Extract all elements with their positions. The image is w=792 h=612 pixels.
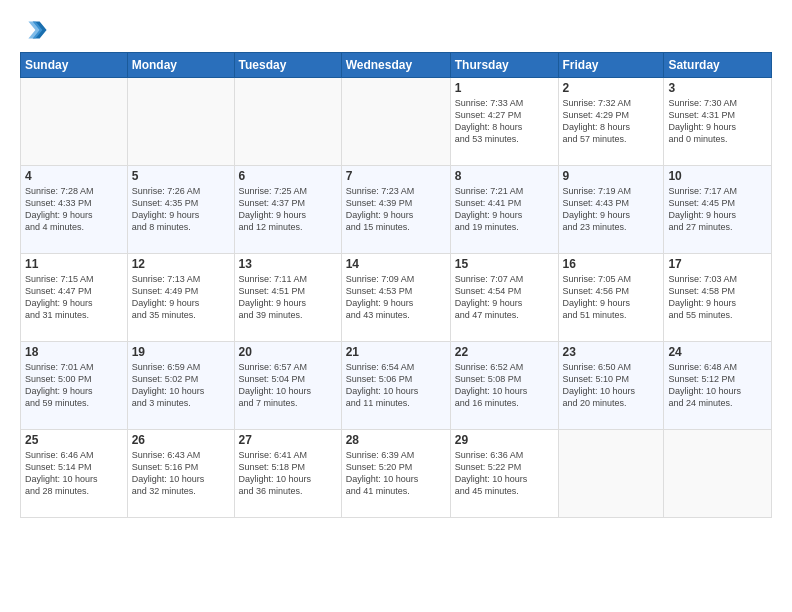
day-number: 9 xyxy=(563,169,660,183)
calendar-cell: 18Sunrise: 7:01 AM Sunset: 5:00 PM Dayli… xyxy=(21,342,128,430)
day-number: 18 xyxy=(25,345,123,359)
day-number: 15 xyxy=(455,257,554,271)
header xyxy=(20,16,772,44)
day-info: Sunrise: 6:43 AM Sunset: 5:16 PM Dayligh… xyxy=(132,449,230,498)
day-number: 4 xyxy=(25,169,123,183)
calendar-cell: 21Sunrise: 6:54 AM Sunset: 5:06 PM Dayli… xyxy=(341,342,450,430)
day-info: Sunrise: 7:01 AM Sunset: 5:00 PM Dayligh… xyxy=(25,361,123,410)
calendar-cell: 6Sunrise: 7:25 AM Sunset: 4:37 PM Daylig… xyxy=(234,166,341,254)
day-number: 8 xyxy=(455,169,554,183)
calendar-cell xyxy=(21,78,128,166)
day-number: 2 xyxy=(563,81,660,95)
calendar-cell: 20Sunrise: 6:57 AM Sunset: 5:04 PM Dayli… xyxy=(234,342,341,430)
day-info: Sunrise: 6:54 AM Sunset: 5:06 PM Dayligh… xyxy=(346,361,446,410)
day-info: Sunrise: 7:21 AM Sunset: 4:41 PM Dayligh… xyxy=(455,185,554,234)
calendar-cell: 11Sunrise: 7:15 AM Sunset: 4:47 PM Dayli… xyxy=(21,254,128,342)
calendar-week-4: 25Sunrise: 6:46 AM Sunset: 5:14 PM Dayli… xyxy=(21,430,772,518)
day-number: 7 xyxy=(346,169,446,183)
calendar-cell: 2Sunrise: 7:32 AM Sunset: 4:29 PM Daylig… xyxy=(558,78,664,166)
day-number: 16 xyxy=(563,257,660,271)
calendar-week-2: 11Sunrise: 7:15 AM Sunset: 4:47 PM Dayli… xyxy=(21,254,772,342)
calendar-cell: 7Sunrise: 7:23 AM Sunset: 4:39 PM Daylig… xyxy=(341,166,450,254)
calendar-cell: 10Sunrise: 7:17 AM Sunset: 4:45 PM Dayli… xyxy=(664,166,772,254)
calendar-cell: 29Sunrise: 6:36 AM Sunset: 5:22 PM Dayli… xyxy=(450,430,558,518)
calendar-cell: 28Sunrise: 6:39 AM Sunset: 5:20 PM Dayli… xyxy=(341,430,450,518)
day-info: Sunrise: 7:17 AM Sunset: 4:45 PM Dayligh… xyxy=(668,185,767,234)
calendar-header-saturday: Saturday xyxy=(664,53,772,78)
day-number: 19 xyxy=(132,345,230,359)
day-number: 29 xyxy=(455,433,554,447)
day-info: Sunrise: 7:15 AM Sunset: 4:47 PM Dayligh… xyxy=(25,273,123,322)
day-info: Sunrise: 6:59 AM Sunset: 5:02 PM Dayligh… xyxy=(132,361,230,410)
day-info: Sunrise: 6:46 AM Sunset: 5:14 PM Dayligh… xyxy=(25,449,123,498)
calendar-week-0: 1Sunrise: 7:33 AM Sunset: 4:27 PM Daylig… xyxy=(21,78,772,166)
calendar-week-1: 4Sunrise: 7:28 AM Sunset: 4:33 PM Daylig… xyxy=(21,166,772,254)
calendar-cell: 12Sunrise: 7:13 AM Sunset: 4:49 PM Dayli… xyxy=(127,254,234,342)
calendar-header-row: SundayMondayTuesdayWednesdayThursdayFrid… xyxy=(21,53,772,78)
calendar-cell: 23Sunrise: 6:50 AM Sunset: 5:10 PM Dayli… xyxy=(558,342,664,430)
calendar-header-tuesday: Tuesday xyxy=(234,53,341,78)
day-number: 11 xyxy=(25,257,123,271)
calendar-cell: 27Sunrise: 6:41 AM Sunset: 5:18 PM Dayli… xyxy=(234,430,341,518)
calendar-header-wednesday: Wednesday xyxy=(341,53,450,78)
day-number: 13 xyxy=(239,257,337,271)
day-number: 6 xyxy=(239,169,337,183)
calendar-cell xyxy=(127,78,234,166)
day-info: Sunrise: 6:41 AM Sunset: 5:18 PM Dayligh… xyxy=(239,449,337,498)
calendar-cell xyxy=(341,78,450,166)
day-number: 10 xyxy=(668,169,767,183)
calendar-cell: 15Sunrise: 7:07 AM Sunset: 4:54 PM Dayli… xyxy=(450,254,558,342)
calendar-cell: 25Sunrise: 6:46 AM Sunset: 5:14 PM Dayli… xyxy=(21,430,128,518)
day-info: Sunrise: 7:23 AM Sunset: 4:39 PM Dayligh… xyxy=(346,185,446,234)
day-info: Sunrise: 6:39 AM Sunset: 5:20 PM Dayligh… xyxy=(346,449,446,498)
day-info: Sunrise: 6:52 AM Sunset: 5:08 PM Dayligh… xyxy=(455,361,554,410)
logo-icon xyxy=(20,16,48,44)
calendar-cell: 24Sunrise: 6:48 AM Sunset: 5:12 PM Dayli… xyxy=(664,342,772,430)
calendar-cell: 26Sunrise: 6:43 AM Sunset: 5:16 PM Dayli… xyxy=(127,430,234,518)
day-info: Sunrise: 7:09 AM Sunset: 4:53 PM Dayligh… xyxy=(346,273,446,322)
calendar-cell: 9Sunrise: 7:19 AM Sunset: 4:43 PM Daylig… xyxy=(558,166,664,254)
day-number: 28 xyxy=(346,433,446,447)
calendar-cell: 22Sunrise: 6:52 AM Sunset: 5:08 PM Dayli… xyxy=(450,342,558,430)
calendar-header-friday: Friday xyxy=(558,53,664,78)
day-number: 1 xyxy=(455,81,554,95)
calendar-cell xyxy=(664,430,772,518)
day-number: 22 xyxy=(455,345,554,359)
day-number: 27 xyxy=(239,433,337,447)
day-info: Sunrise: 7:05 AM Sunset: 4:56 PM Dayligh… xyxy=(563,273,660,322)
calendar-cell: 5Sunrise: 7:26 AM Sunset: 4:35 PM Daylig… xyxy=(127,166,234,254)
day-info: Sunrise: 7:26 AM Sunset: 4:35 PM Dayligh… xyxy=(132,185,230,234)
day-number: 21 xyxy=(346,345,446,359)
calendar: SundayMondayTuesdayWednesdayThursdayFrid… xyxy=(20,52,772,518)
logo xyxy=(20,16,52,44)
day-info: Sunrise: 6:57 AM Sunset: 5:04 PM Dayligh… xyxy=(239,361,337,410)
day-number: 14 xyxy=(346,257,446,271)
day-number: 5 xyxy=(132,169,230,183)
calendar-cell: 17Sunrise: 7:03 AM Sunset: 4:58 PM Dayli… xyxy=(664,254,772,342)
calendar-cell: 13Sunrise: 7:11 AM Sunset: 4:51 PM Dayli… xyxy=(234,254,341,342)
day-number: 17 xyxy=(668,257,767,271)
day-info: Sunrise: 7:33 AM Sunset: 4:27 PM Dayligh… xyxy=(455,97,554,146)
day-number: 3 xyxy=(668,81,767,95)
day-info: Sunrise: 7:25 AM Sunset: 4:37 PM Dayligh… xyxy=(239,185,337,234)
day-number: 20 xyxy=(239,345,337,359)
calendar-cell: 19Sunrise: 6:59 AM Sunset: 5:02 PM Dayli… xyxy=(127,342,234,430)
calendar-cell: 8Sunrise: 7:21 AM Sunset: 4:41 PM Daylig… xyxy=(450,166,558,254)
day-info: Sunrise: 7:11 AM Sunset: 4:51 PM Dayligh… xyxy=(239,273,337,322)
calendar-header-monday: Monday xyxy=(127,53,234,78)
day-info: Sunrise: 7:32 AM Sunset: 4:29 PM Dayligh… xyxy=(563,97,660,146)
calendar-header-sunday: Sunday xyxy=(21,53,128,78)
calendar-cell xyxy=(234,78,341,166)
calendar-cell: 1Sunrise: 7:33 AM Sunset: 4:27 PM Daylig… xyxy=(450,78,558,166)
day-info: Sunrise: 7:03 AM Sunset: 4:58 PM Dayligh… xyxy=(668,273,767,322)
day-number: 26 xyxy=(132,433,230,447)
day-number: 12 xyxy=(132,257,230,271)
day-info: Sunrise: 7:07 AM Sunset: 4:54 PM Dayligh… xyxy=(455,273,554,322)
calendar-cell: 3Sunrise: 7:30 AM Sunset: 4:31 PM Daylig… xyxy=(664,78,772,166)
day-info: Sunrise: 6:48 AM Sunset: 5:12 PM Dayligh… xyxy=(668,361,767,410)
day-number: 23 xyxy=(563,345,660,359)
calendar-cell: 14Sunrise: 7:09 AM Sunset: 4:53 PM Dayli… xyxy=(341,254,450,342)
day-info: Sunrise: 6:36 AM Sunset: 5:22 PM Dayligh… xyxy=(455,449,554,498)
calendar-cell: 16Sunrise: 7:05 AM Sunset: 4:56 PM Dayli… xyxy=(558,254,664,342)
calendar-cell xyxy=(558,430,664,518)
